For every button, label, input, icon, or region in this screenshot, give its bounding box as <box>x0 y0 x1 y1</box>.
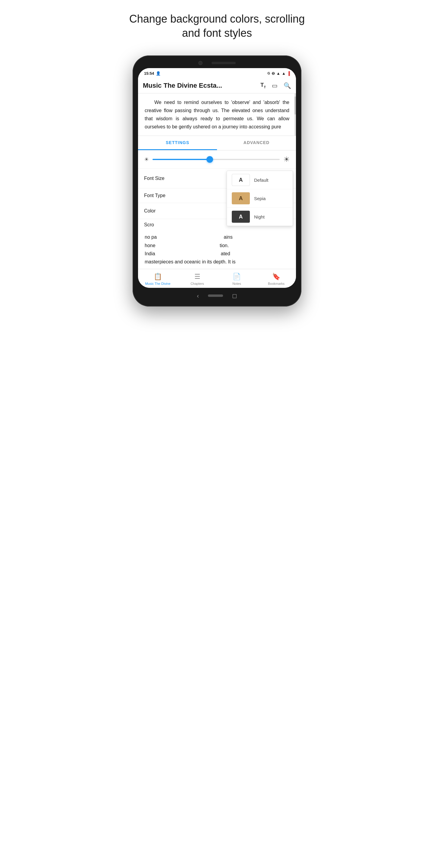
status-time: 15:54 <box>144 71 154 76</box>
nav-chapters-icon: ☰ <box>194 273 200 281</box>
status-minus-circle-icon: ⊖ <box>272 71 275 76</box>
status-right: G ⊖ ▲ ▲ ▐ <box>267 71 290 76</box>
color-dropdown-overlay: A Default A Sepia A Night <box>227 170 293 226</box>
swatch-white: A <box>232 174 250 186</box>
tab-advanced[interactable]: ADVANCED <box>217 136 296 150</box>
color-option-sepia-label: Sepia <box>254 196 266 201</box>
brightness-high-icon: ☀ <box>283 155 290 164</box>
brightness-slider[interactable] <box>153 159 280 160</box>
status-signal-g-icon: G <box>267 71 270 75</box>
phone-bottom-bar: ‹ ◻ <box>138 288 296 301</box>
status-user-icon: 👤 <box>156 71 161 76</box>
scroll-color-section: Scro A Default A Sepia <box>138 219 296 230</box>
color-option-default-label: Default <box>254 178 269 183</box>
status-battery-icon: ▐ <box>287 71 290 76</box>
scroll-mode-label: Scro <box>144 222 154 227</box>
book-text-bottom-3: India ated <box>145 250 289 258</box>
bookmark-icon[interactable]: ▭ <box>272 82 278 89</box>
font-size-label: Font Size <box>144 176 164 181</box>
app-book-title: Music The Divine Ecsta... <box>143 82 222 90</box>
nav-item-chapters[interactable]: ☰ Chapters <box>178 272 217 287</box>
color-option-sepia[interactable]: A Sepia <box>227 189 293 208</box>
font-size-icon[interactable]: TT <box>260 82 266 89</box>
nav-notes-icon: 📄 <box>233 273 241 281</box>
color-option-night[interactable]: A Night <box>227 208 293 226</box>
brightness-low-icon: ☀ <box>144 156 149 163</box>
settings-panel: SETTINGS ADVANCED ☀ ☀ Font Size − + <box>138 135 296 230</box>
brightness-row: ☀ ☀ <box>138 150 296 168</box>
phone-shell: 15:54 👤 G ⊖ ▲ ▲ ▐ Music The Divine Ecsta… <box>133 56 301 307</box>
book-text: We need to remind ourselves to 'observe'… <box>145 98 289 131</box>
phone-screen: 15:54 👤 G ⊖ ▲ ▲ ▐ Music The Divine Ecsta… <box>138 68 296 288</box>
book-text-bottom-2: hone tion. <box>145 241 289 250</box>
phone-recent-button[interactable]: ◻ <box>232 292 237 299</box>
color-label: Color <box>144 208 156 214</box>
scroll-indicator <box>294 93 296 136</box>
color-option-night-label: Night <box>254 214 265 219</box>
scroll-thumb <box>294 96 296 115</box>
status-wifi-icon: ▲ <box>276 71 280 76</box>
search-icon[interactable]: 🔍 <box>284 82 291 89</box>
phone-speaker <box>212 62 236 64</box>
book-text-bottom-1: no pa ains <box>145 233 289 241</box>
tab-settings[interactable]: SETTINGS <box>138 136 217 150</box>
book-content-bottom: no pa ains hone tion. India ated maste <box>138 230 296 269</box>
phone-home-button[interactable] <box>208 294 223 297</box>
nav-bookmarks-icon: 🔖 <box>272 273 280 281</box>
slider-thumb[interactable] <box>207 156 213 163</box>
header-icons: TT ▭ 🔍 <box>260 82 291 89</box>
book-content-top: We need to remind ourselves to 'observe'… <box>138 93 296 136</box>
phone-top-bar <box>138 61 296 65</box>
nav-chapters-label: Chapters <box>190 282 204 285</box>
color-option-default[interactable]: A Default <box>227 171 293 189</box>
page-title: Change background colors, scrolling and … <box>127 12 307 40</box>
swatch-sepia: A <box>232 192 250 204</box>
nav-item-bookmarks[interactable]: 🔖 Bookmarks <box>256 272 296 287</box>
slider-fill <box>153 159 210 160</box>
nav-bookmarks-label: Bookmarks <box>268 282 284 285</box>
nav-item-notes[interactable]: 📄 Notes <box>217 272 256 287</box>
settings-tabs: SETTINGS ADVANCED <box>138 136 296 150</box>
swatch-night: A <box>232 211 250 223</box>
app-header: Music The Divine Ecsta... TT ▭ 🔍 <box>138 79 296 93</box>
nav-music-label: Music The Divine <box>145 282 170 285</box>
phone-camera <box>198 61 203 65</box>
nav-notes-label: Notes <box>232 282 241 285</box>
book-text-bottom-4: masterpieces and oceanic in its depth. I… <box>145 258 289 266</box>
status-left: 15:54 👤 <box>144 71 161 76</box>
nav-music-icon: 📋 <box>154 273 162 281</box>
status-signal-icon: ▲ <box>282 71 286 76</box>
phone-back-button[interactable]: ‹ <box>197 292 199 299</box>
status-bar: 15:54 👤 G ⊖ ▲ ▲ ▐ <box>138 68 296 79</box>
bottom-nav: 📋 Music The Divine ☰ Chapters 📄 Notes 🔖 … <box>138 269 296 288</box>
nav-item-music[interactable]: 📋 Music The Divine <box>138 272 178 287</box>
font-type-label: Font Type <box>144 193 165 198</box>
